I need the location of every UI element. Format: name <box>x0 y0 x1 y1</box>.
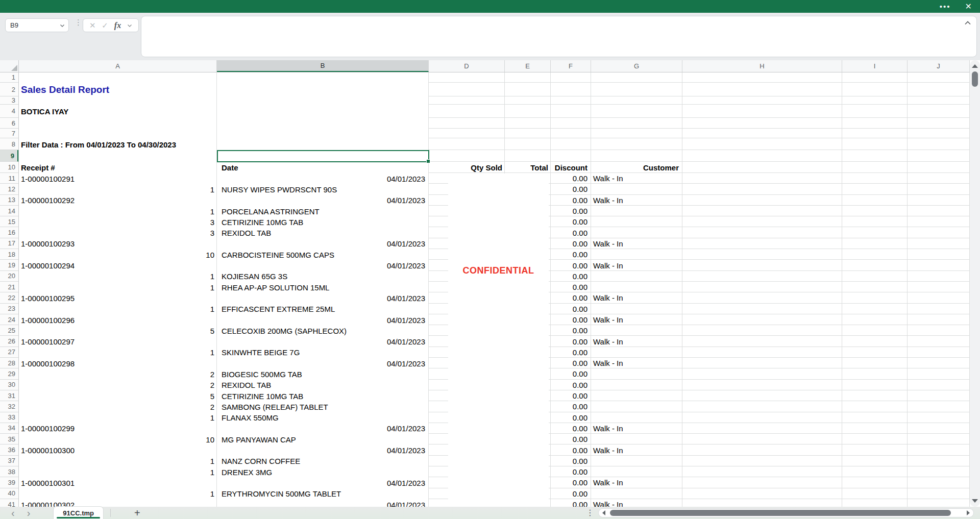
cell-J13[interactable] <box>908 195 970 206</box>
cell-F18[interactable]: 0.00 <box>551 249 591 260</box>
row-header-2[interactable]: 2 <box>0 83 18 96</box>
cell-D10[interactable]: Qty Sold <box>429 162 505 173</box>
column-header-G[interactable]: G <box>591 60 682 72</box>
cell-I12[interactable] <box>842 184 908 194</box>
cell-A34[interactable]: 1-00000100299 <box>19 423 217 434</box>
cell-E7[interactable] <box>505 129 551 138</box>
cell-F26[interactable]: 0.00 <box>551 336 591 347</box>
cell-J16[interactable] <box>908 227 970 238</box>
row-header-12[interactable]: 12 <box>0 184 18 194</box>
cell-G35[interactable] <box>591 434 682 444</box>
cell-F17[interactable]: 0.00 <box>551 238 591 249</box>
close-icon[interactable]: ✕ <box>965 0 972 13</box>
row-header-18[interactable]: 18 <box>0 249 18 260</box>
cell-A22[interactable]: 1-00000100295 <box>19 292 217 303</box>
cell-F14[interactable]: 0.00 <box>551 206 591 216</box>
cell-J24[interactable] <box>908 314 970 325</box>
cell-I2[interactable] <box>842 83 908 96</box>
cell-I23[interactable] <box>842 304 908 314</box>
cell-A6[interactable] <box>19 118 217 129</box>
cell-F23[interactable]: 0.00 <box>551 304 591 314</box>
cell-I27[interactable] <box>842 347 908 358</box>
cell-H29[interactable] <box>682 368 842 379</box>
row-header-1[interactable]: 1 <box>0 72 18 83</box>
cell-A23[interactable]: 1 <box>19 304 217 314</box>
cell-I10[interactable] <box>842 162 908 173</box>
cell-I1[interactable] <box>842 72 908 83</box>
cell-G40[interactable] <box>591 488 682 499</box>
row-header-10[interactable]: 10 <box>0 162 18 173</box>
row-header-36[interactable]: 36 <box>0 444 18 455</box>
cell-A40[interactable]: 1 <box>19 488 217 499</box>
cell-G9[interactable] <box>591 150 682 162</box>
cell-A35[interactable]: 10 <box>19 434 217 444</box>
cell-I37[interactable] <box>842 456 908 466</box>
scroll-down-icon[interactable] <box>972 499 978 503</box>
cell-F8[interactable] <box>551 138 591 150</box>
cell-J8[interactable] <box>908 138 970 150</box>
cell-H12[interactable] <box>682 184 842 194</box>
cell-I32[interactable] <box>842 401 908 412</box>
cell-F39[interactable]: 0.00 <box>551 477 591 488</box>
cell-B16[interactable]: REXIDOL TAB <box>217 227 429 238</box>
cell-E8[interactable] <box>505 138 551 150</box>
cell-G31[interactable] <box>591 390 682 401</box>
cell-G29[interactable] <box>591 368 682 379</box>
cell-A1[interactable] <box>19 72 217 83</box>
cell-B35[interactable]: MG PANYAWAN CAP <box>217 434 429 444</box>
cell-I19[interactable] <box>842 260 908 270</box>
cell-H35[interactable] <box>682 434 842 444</box>
cell-G25[interactable] <box>591 325 682 336</box>
cell-I38[interactable] <box>842 466 908 477</box>
cell-G8[interactable] <box>591 138 682 150</box>
cell-H28[interactable] <box>682 358 842 368</box>
cell-I11[interactable] <box>842 173 908 184</box>
row-header-40[interactable]: 40 <box>0 488 18 499</box>
cell-F16[interactable]: 0.00 <box>551 227 591 238</box>
cell-H16[interactable] <box>682 227 842 238</box>
cell-I31[interactable] <box>842 390 908 401</box>
cell-H15[interactable] <box>682 216 842 227</box>
cell-B4[interactable] <box>217 105 429 118</box>
cell-A8[interactable]: Filter Data : From 04/01/2023 To 04/30/2… <box>19 138 217 150</box>
cell-A4[interactable]: BOTICA IYAY <box>19 105 217 118</box>
cell-B8[interactable] <box>217 138 429 150</box>
cell-F34[interactable]: 0.00 <box>551 423 591 434</box>
cell-J14[interactable] <box>908 206 970 216</box>
cell-B26[interactable]: 04/01/2023 <box>217 336 429 347</box>
cell-J19[interactable] <box>908 260 970 270</box>
cell-I21[interactable] <box>842 282 908 292</box>
formula-bar-drag-handle-icon[interactable]: ⋮ <box>75 19 82 25</box>
cell-D6[interactable] <box>429 118 505 129</box>
row-header-26[interactable]: 26 <box>0 336 18 347</box>
cell-I29[interactable] <box>842 368 908 379</box>
cell-I14[interactable] <box>842 206 908 216</box>
cell-B38[interactable]: DRENEX 3MG <box>217 466 429 477</box>
cell-J10[interactable] <box>908 162 970 173</box>
cell-E4[interactable] <box>505 105 551 118</box>
cell-G13[interactable]: Walk - In <box>591 195 682 206</box>
cell-B7[interactable] <box>217 129 429 138</box>
cell-I17[interactable] <box>842 238 908 249</box>
cell-H32[interactable] <box>682 401 842 412</box>
cell-H18[interactable] <box>682 249 842 260</box>
cell-B14[interactable]: PORCELANA ASTRINGENT <box>217 206 429 216</box>
row-header-30[interactable]: 30 <box>0 380 18 390</box>
cell-A3[interactable] <box>19 96 217 105</box>
cell-J34[interactable] <box>908 423 970 434</box>
column-header-B[interactable]: B <box>217 60 429 72</box>
cell-F22[interactable]: 0.00 <box>551 292 591 303</box>
cell-G15[interactable] <box>591 216 682 227</box>
name-box[interactable]: B9 <box>5 18 69 32</box>
cell-I36[interactable] <box>842 444 908 455</box>
column-header-D[interactable]: D <box>429 60 505 72</box>
cell-J27[interactable] <box>908 347 970 358</box>
cell-F24[interactable]: 0.00 <box>551 314 591 325</box>
cell-H34[interactable] <box>682 423 842 434</box>
cell-H21[interactable] <box>682 282 842 292</box>
cell-I26[interactable] <box>842 336 908 347</box>
cell-J22[interactable] <box>908 292 970 303</box>
cell-I3[interactable] <box>842 96 908 105</box>
cell-G21[interactable] <box>591 282 682 292</box>
row-header-41[interactable]: 41 <box>0 499 18 507</box>
